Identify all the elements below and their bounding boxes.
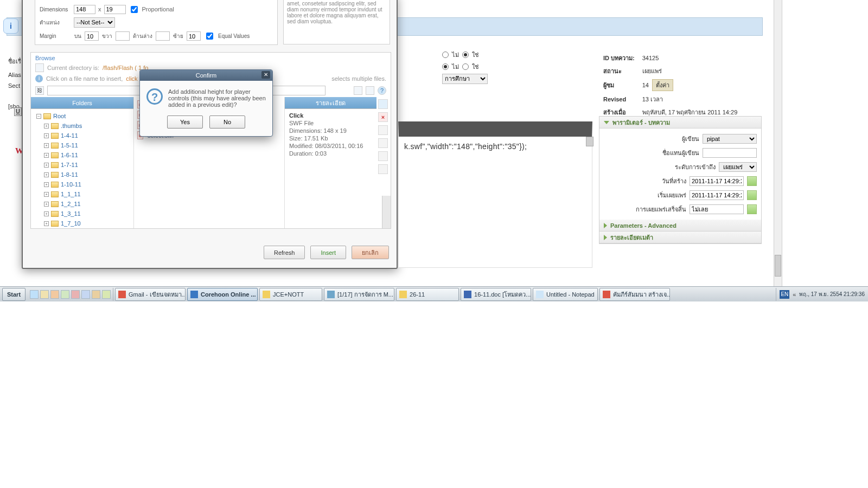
margin-left-input[interactable] [187,31,201,41]
page-scrollbar[interactable] [774,0,782,286]
date-publish-input[interactable] [690,190,744,200]
category-select[interactable]: การศึกษา [442,74,488,84]
editor-body[interactable]: k.swf","width":"148","height":"35"}); [398,121,592,268]
expander-icon[interactable]: + [44,192,49,197]
expander-icon[interactable]: + [44,211,49,216]
tree-folder[interactable]: +1-8-11 [32,170,132,179]
explorer-icon[interactable] [40,290,49,299]
word-icon[interactable] [81,290,90,299]
access-select[interactable]: เผยแพร่ [719,162,757,172]
firefox-icon[interactable] [50,290,59,299]
date-finish-input[interactable] [690,204,744,214]
confirm-close-icon[interactable]: ✕ [261,71,270,79]
taskbar-clock[interactable]: พฤ., 17 พ.ย. 2554 21:29:36 [799,290,865,298]
tree-folder[interactable]: +1_3_11 [32,209,132,219]
params-h3: รายละเอียดเมต้า [610,233,653,242]
chrome-icon[interactable] [61,290,69,299]
calendar-icon[interactable] [747,176,757,186]
calendar-icon[interactable] [747,204,757,214]
margin-bottom-input[interactable] [156,31,170,41]
tool6-icon[interactable] [378,164,388,174]
dim-width-input[interactable] [74,5,95,14]
meta-views-button[interactable]: ตั้งค่า [652,79,673,91]
task-manage[interactable]: [1/17] การจัดการ M... [324,288,394,301]
refresh-button[interactable]: Refresh [264,246,305,259]
quick-icon-5[interactable] [71,290,80,299]
position-select[interactable]: --Not Set-- [74,17,115,28]
no-button[interactable]: No [209,115,245,129]
expander-icon[interactable]: + [44,124,49,129]
tool-help-icon[interactable]: ? [378,86,386,95]
task-corehoon[interactable]: Corehoon Online ... [187,288,258,301]
tray-chevron-icon[interactable]: « [793,291,796,298]
folder-up-icon[interactable] [35,63,44,72]
radio-yes-1[interactable] [462,52,469,58]
tree-root[interactable]: − Root [32,111,132,121]
expander-icon[interactable]: + [44,163,49,168]
tool5-icon[interactable] [378,151,388,161]
tree-folder[interactable]: +1-6-11 [32,150,132,160]
quick-icon-8[interactable] [102,290,111,299]
proportional-checkbox[interactable] [131,6,138,13]
cancel-button[interactable]: ยกเลิก [352,246,389,259]
expander-icon[interactable]: + [44,172,49,177]
tree-folder[interactable]: +1_1_11 [32,189,132,199]
dim-height-input[interactable] [104,5,126,14]
rename-icon[interactable] [378,125,388,135]
delete-icon[interactable]: × [378,112,388,122]
tree-folder[interactable]: +1_7_10 [32,219,132,228]
expander-icon[interactable]: + [44,153,49,158]
tree-folder[interactable]: +1-10-11 [32,179,132,189]
radio-no-2[interactable] [442,63,449,70]
tree-folder[interactable]: +1-5-11 [32,140,132,150]
author-select[interactable]: pipat [703,134,757,144]
margin-top-input[interactable] [85,31,99,41]
underline-icon[interactable]: U [14,107,22,116]
tool-copy-icon[interactable] [354,86,362,95]
copy-icon[interactable] [378,99,388,109]
confirm-titlebar[interactable]: Confirm ✕ [140,70,272,81]
folders-tree[interactable]: − Root +.thumbs+1-4-11+1-5-11+1-6-11+1-7… [31,109,133,228]
expander-icon[interactable]: + [44,202,49,207]
folders-scrollbar[interactable] [382,196,391,228]
insert-button[interactable]: Insert [310,246,346,259]
quick-icon-7[interactable] [92,290,100,299]
expander-icon[interactable]: + [44,133,49,138]
expander-icon[interactable]: + [44,221,49,226]
tool-paste-icon[interactable] [366,86,374,95]
task-gmail[interactable]: Gmail - เขียนจดหมา... [115,288,186,301]
params-meta-header[interactable]: รายละเอียดเมต้า [599,232,761,243]
task-seminar[interactable]: คัมภีร์สัมมนา สร้างเจ... [599,288,670,301]
margin-right-input[interactable] [116,31,130,41]
yes-button[interactable]: Yes [167,115,203,129]
calendar-icon[interactable] [747,190,757,200]
tree-folder[interactable]: +1-7-11 [32,160,132,170]
folder-label: .thumbs [61,123,82,129]
tree-folder[interactable]: +1-4-11 [32,131,132,140]
start-button[interactable]: Start [2,288,25,301]
equal-values-checkbox[interactable] [206,33,213,40]
folder-icon [51,162,59,168]
radio-no-1[interactable] [442,52,449,58]
expander-icon[interactable]: + [44,143,49,148]
expander-icon[interactable]: − [36,114,41,119]
params-advanced-header[interactable]: Parameters - Advanced [599,220,761,232]
radio-yes-2-label: ใช่ [472,62,478,72]
author-alias-input[interactable] [703,148,757,158]
language-indicator[interactable]: EN [780,290,789,299]
expander-icon[interactable]: + [44,182,49,187]
ie-icon[interactable] [30,290,39,299]
page-scroll-thumb[interactable] [775,255,781,277]
task-notepad[interactable]: Untitled - Notepad [533,288,598,301]
task-jce[interactable]: JCE+NOTT [259,288,322,301]
tool4-icon[interactable] [378,138,388,148]
params-article-header[interactable]: พารามิเตอร์ - บทความ [599,117,761,129]
help-text-3: selects multiple files. [331,75,386,82]
task-26-11[interactable]: 26-11 [396,288,459,301]
editor-scroll-thumb[interactable] [586,137,593,146]
radio-yes-2[interactable] [462,63,469,70]
task-word[interactable]: 16-11.doc [โหมดคว... [461,288,531,301]
tree-folder[interactable]: +.thumbs [32,121,132,131]
tree-folder[interactable]: +1_2_11 [32,199,132,209]
date-created-input[interactable] [690,176,744,186]
